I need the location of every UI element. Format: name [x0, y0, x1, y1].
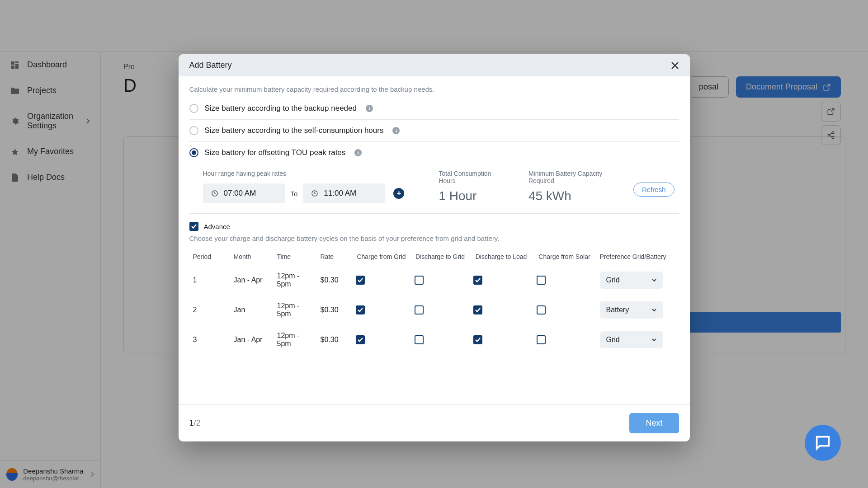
checkbox-dtl[interactable] — [473, 276, 482, 285]
option-tou-peak[interactable]: Size battery for offsetting TOU peak rat… — [189, 142, 679, 164]
cell-period: 2 — [189, 295, 230, 325]
cell-month: Jan - Apr — [230, 325, 274, 355]
checkbox-cfs[interactable] — [537, 276, 546, 285]
th-discharge-to-grid: Discharge to Grid — [411, 249, 470, 265]
to-label: To — [291, 190, 298, 197]
clock-icon — [211, 190, 218, 197]
checkbox-dtg[interactable] — [415, 276, 424, 285]
modal-title: Add Battery — [189, 61, 232, 70]
modal-overlay: Add Battery Calculate your minimum batte… — [0, 0, 868, 488]
radio-icon — [189, 148, 198, 157]
radio-icon — [189, 126, 198, 135]
page-total: 2 — [196, 418, 201, 427]
time-value: 11:00 AM — [324, 189, 356, 198]
chat-fab[interactable] — [805, 425, 841, 461]
select-value: Grid — [606, 336, 620, 344]
table-row: 3Jan - Apr12pm - 5pm$0.30Grid — [189, 325, 679, 355]
th-month: Month — [230, 249, 274, 265]
cell-rate: $0.30 — [317, 265, 352, 296]
advance-help: Choose your charge and discharge battery… — [189, 235, 679, 242]
preference-select[interactable]: Grid — [600, 272, 663, 289]
checkbox-cfs[interactable] — [537, 305, 546, 314]
checkbox-cfs[interactable] — [537, 335, 546, 344]
th-charge-from-solar: Charge from Solar — [533, 249, 596, 265]
option-backup-needed[interactable]: Size battery according to the backup nee… — [189, 98, 679, 120]
select-value: Battery — [606, 306, 629, 314]
min-capacity-label: Minimum Battery Capacity Required — [528, 170, 625, 184]
cell-time: 12pm - 5pm — [274, 295, 317, 325]
refresh-button[interactable]: Refresh — [633, 183, 675, 197]
chevron-down-icon — [651, 277, 657, 283]
option-self-consumption[interactable]: Size battery according to the self-consu… — [189, 120, 679, 142]
select-value: Grid — [606, 276, 620, 284]
option-label: Size battery according to the self-consu… — [205, 126, 384, 135]
th-rate: Rate — [317, 249, 352, 265]
page-current: 1 — [189, 418, 194, 427]
th-period: Period — [189, 249, 230, 265]
option-label: Size battery for offsetting TOU peak rat… — [205, 148, 346, 157]
chevron-down-icon — [651, 307, 657, 313]
checkbox-cfg[interactable] — [356, 276, 365, 285]
tou-detail-panel: Hour range having peak rates 07:00 AM To… — [189, 164, 679, 214]
th-time: Time — [274, 249, 317, 265]
add-range-button[interactable]: + — [393, 188, 404, 199]
checkbox-cfg[interactable] — [356, 335, 365, 344]
next-button[interactable]: Next — [629, 413, 679, 433]
cell-period: 3 — [189, 325, 230, 355]
option-label: Size battery according to the backup nee… — [205, 104, 357, 113]
min-capacity-value: 45 kWh — [528, 189, 625, 203]
checkbox-dtl[interactable] — [473, 335, 482, 344]
modal-header: Add Battery — [179, 54, 690, 76]
cell-month: Jan — [230, 295, 274, 325]
advance-checkbox[interactable] — [189, 222, 198, 231]
cell-time: 12pm - 5pm — [274, 325, 317, 355]
info-icon[interactable]: i — [392, 127, 400, 134]
cycles-table: Period Month Time Rate Charge from Grid … — [189, 249, 679, 355]
th-discharge-to-load: Discharge to Load — [470, 249, 533, 265]
advance-label: Advance — [204, 223, 230, 230]
cell-month: Jan - Apr — [230, 265, 274, 296]
modal-footer: 1/2 Next — [179, 404, 690, 441]
checkbox-dtl[interactable] — [473, 305, 482, 314]
pager: 1/2 — [189, 418, 201, 428]
total-hours-value: 1 Hour — [439, 189, 507, 203]
cell-rate: $0.30 — [317, 325, 352, 355]
info-icon[interactable]: i — [366, 105, 373, 112]
modal-subtitle: Calculate your minimum battery capacity … — [189, 85, 679, 93]
checkbox-dtg[interactable] — [415, 305, 424, 314]
peak-range-label: Hour range having peak rates — [203, 170, 409, 177]
preference-select[interactable]: Grid — [600, 331, 663, 348]
table-row: 1Jan - Apr12pm - 5pm$0.30Grid — [189, 265, 679, 296]
total-hours-label: Total Consumption Hours — [439, 170, 507, 184]
cell-period: 1 — [189, 265, 230, 296]
checkbox-dtg[interactable] — [415, 335, 424, 344]
peak-to-input[interactable]: 11:00 AM — [303, 183, 385, 203]
add-battery-modal: Add Battery Calculate your minimum batte… — [179, 54, 690, 441]
clock-icon — [311, 190, 318, 197]
cell-time: 12pm - 5pm — [274, 265, 317, 296]
cell-rate: $0.30 — [317, 295, 352, 325]
checkbox-cfg[interactable] — [356, 305, 365, 314]
preference-select[interactable]: Battery — [600, 301, 663, 319]
table-row: 2Jan12pm - 5pm$0.30Battery — [189, 295, 679, 325]
chevron-down-icon — [651, 337, 657, 343]
time-value: 07:00 AM — [224, 189, 256, 198]
radio-icon — [189, 104, 198, 113]
th-preference: Preference Grid/Battery — [596, 249, 679, 265]
close-icon[interactable] — [671, 61, 679, 70]
th-charge-from-grid: Charge from Grid — [352, 249, 411, 265]
info-icon[interactable]: i — [354, 149, 362, 156]
peak-from-input[interactable]: 07:00 AM — [203, 183, 285, 203]
